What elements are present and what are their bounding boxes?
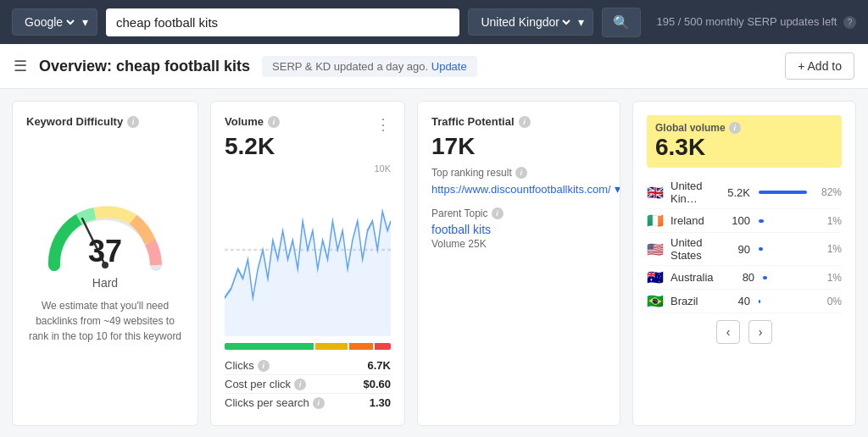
kd-description: We estimate that you'll need backlinks f… (26, 298, 184, 344)
page-title: Overview: cheap football kits (39, 58, 250, 75)
country-volume-2: 90 (712, 243, 750, 256)
volume-help-icon[interactable]: i (268, 116, 280, 128)
prev-page-button[interactable]: ‹ (716, 320, 740, 344)
cpc-row: Cost per click i $0.60 (225, 375, 391, 394)
country-volume-1: 100 (712, 214, 750, 227)
cps-value: 1.30 (370, 396, 391, 409)
bar-green (225, 343, 314, 350)
country-row-2: 🇺🇸 United States 90 1% (647, 233, 842, 266)
country-name-4: Brazil (670, 295, 707, 307)
sub-header: ☰ Overview: cheap football kits SERP & K… (0, 44, 868, 89)
country-pct-0: 82% (815, 186, 842, 198)
clicks-help-icon[interactable]: i (258, 360, 270, 372)
country-name-1: Ireland (670, 214, 707, 227)
chevron-down-icon: ▾ (578, 15, 584, 29)
cps-help-icon[interactable]: i (313, 397, 325, 409)
global-value: 6.3K (655, 134, 833, 161)
dropdown-arrow-icon[interactable]: ▾ (615, 182, 620, 196)
country-bar-2 (759, 247, 763, 251)
country-pct-1: 1% (815, 215, 842, 227)
keyword-input[interactable] (106, 8, 459, 36)
search-button[interactable]: 🔍 (602, 8, 641, 37)
main-content: Keyword Difficulty i (0, 89, 868, 437)
bar-orange (349, 343, 374, 350)
flag-4: 🇧🇷 (647, 293, 665, 309)
global-help-icon[interactable]: i (729, 122, 741, 134)
volume-chart: 10K (225, 163, 391, 336)
flag-0: 🇬🇧 (647, 185, 665, 201)
country-dropdown[interactable]: United Kingdor (477, 14, 573, 30)
top-ranking-url[interactable]: https://www.discountfootballkits.com/ (431, 183, 611, 196)
flag-1: 🇮🇪 (647, 213, 665, 229)
cps-row: Clicks per search i 1.30 (225, 394, 391, 412)
kd-help-icon[interactable]: i (127, 116, 139, 128)
country-bar-3 (763, 276, 767, 279)
country-bar-wrap-4 (759, 300, 810, 303)
search-engine-dropdown[interactable]: Google (21, 14, 77, 30)
volume-card: Volume i ⋮ 5.2K 10K Clicks (210, 101, 405, 426)
cpc-value: $0.60 (363, 378, 391, 390)
top-ranking-label: Top ranking result i (431, 167, 606, 179)
parent-topic-label: Parent Topic i (431, 207, 606, 219)
country-volume-3: 80 (719, 271, 755, 284)
cpc-help-icon[interactable]: i (294, 379, 306, 390)
country-volume-4: 40 (712, 295, 750, 307)
bar-red (375, 343, 391, 350)
kd-value: 37 (88, 234, 122, 269)
traffic-title: Traffic Potential i (431, 115, 606, 128)
country-row-1: 🇮🇪 Ireland 100 1% (647, 209, 842, 233)
chart-y-label: 10K (374, 163, 391, 174)
top-ranking-help-icon[interactable]: i (515, 167, 527, 179)
country-name-2: United States (670, 236, 707, 262)
country-row-4: 🇧🇷 Brazil 40 0% (647, 290, 842, 313)
chevron-down-icon: ▾ (82, 15, 88, 29)
parent-topic-value[interactable]: football kits (431, 223, 606, 236)
country-name-3: Australia (670, 271, 714, 284)
parent-topic-help-icon[interactable]: i (492, 207, 504, 219)
country-bar-wrap-3 (763, 276, 811, 279)
country-bar-wrap-0 (759, 191, 810, 194)
kd-gauge: 37 (42, 202, 169, 269)
flag-3: 🇦🇺 (647, 269, 665, 285)
clicks-bar (225, 343, 391, 350)
add-to-button[interactable]: + Add to (785, 53, 854, 80)
top-ranking-url-row: https://www.discountfootballkits.com/ ▾ (431, 182, 606, 196)
country-bar-4 (759, 300, 760, 303)
traffic-help-icon[interactable]: i (519, 116, 531, 128)
flag-2: 🇺🇸 (647, 241, 665, 257)
country-name-0: United Kin… (670, 180, 707, 205)
volume-more-icon[interactable]: ⋮ (376, 115, 391, 134)
country-row-3: 🇦🇺 Australia 80 1% (647, 266, 842, 290)
kd-gauge-container: 37 Hard We estimate that you'll need bac… (26, 133, 184, 412)
kd-title: Keyword Difficulty i (26, 115, 184, 128)
traffic-value: 17K (431, 133, 606, 160)
country-pagination: ‹ › (647, 320, 842, 344)
country-pct-3: 1% (816, 272, 842, 284)
hamburger-icon[interactable]: ☰ (14, 57, 27, 75)
volume-chart-svg (225, 163, 391, 336)
country-bar-wrap-1 (759, 219, 810, 223)
next-page-button[interactable]: › (748, 320, 772, 344)
country-select[interactable]: United Kingdor ▾ (468, 8, 593, 36)
help-icon[interactable]: ? (843, 16, 856, 29)
serp-notice: SERP & KD updated a day ago. Update (262, 56, 477, 77)
global-badge: Global volume i 6.3K (647, 115, 842, 168)
update-link[interactable]: Update (431, 60, 467, 73)
country-row-0: 🇬🇧 United Kin… 5.2K 82% (647, 176, 842, 209)
country-volume-0: 5.2K (712, 186, 750, 199)
parent-topic-volume: Volume 25K (431, 238, 606, 250)
serp-updates-info: 195 / 500 monthly SERP updates left ? (656, 15, 856, 29)
search-engine-select[interactable]: Google ▾ (12, 8, 97, 36)
country-list: 🇬🇧 United Kin… 5.2K 82% 🇮🇪 Ireland 100 1… (647, 176, 842, 313)
clicks-row: Clicks i 6.7K (225, 357, 391, 375)
keyword-difficulty-card: Keyword Difficulty i (12, 101, 198, 426)
country-bar-wrap-2 (759, 247, 810, 251)
country-pct-2: 1% (815, 243, 842, 255)
clicks-value: 6.7K (368, 359, 391, 372)
kd-label: Hard (92, 276, 118, 290)
volume-value: 5.2K (225, 133, 391, 160)
country-bar-0 (759, 191, 807, 194)
traffic-card: Traffic Potential i 17K Top ranking resu… (417, 101, 620, 426)
volume-title: Volume i (225, 115, 391, 128)
svg-marker-3 (225, 212, 391, 336)
